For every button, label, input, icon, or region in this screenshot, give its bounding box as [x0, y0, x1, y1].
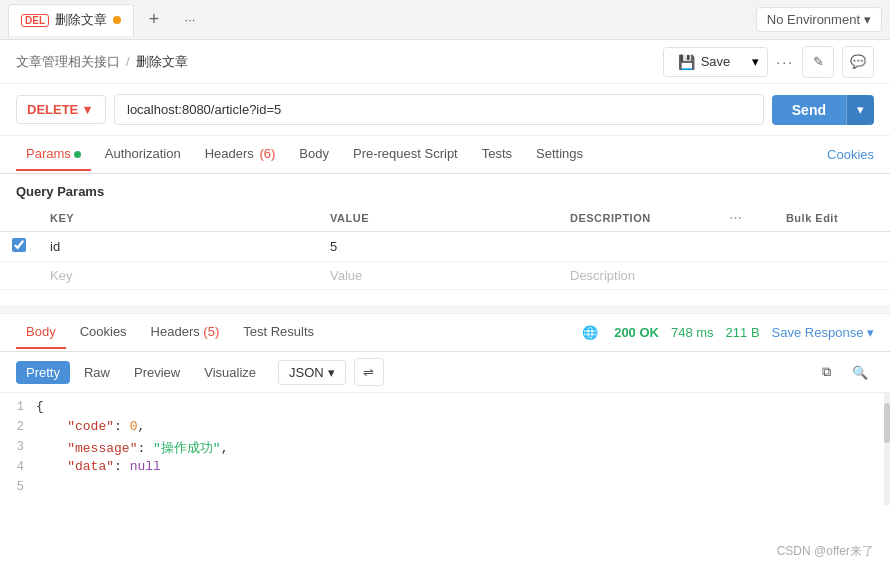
add-tab-button[interactable]: +: [138, 4, 170, 36]
breadcrumb: 文章管理相关接口 / 删除文章: [16, 53, 188, 71]
title-actions: 💾 Save ▾ ··· ✎ 💬: [663, 46, 874, 78]
comment-icon: 💬: [850, 54, 866, 69]
tab-tests[interactable]: Tests: [472, 138, 522, 171]
fmt-tab-raw[interactable]: Raw: [74, 361, 120, 384]
more-options-button[interactable]: ···: [776, 54, 794, 70]
fmt-tab-preview[interactable]: Preview: [124, 361, 190, 384]
scrollbar-track[interactable]: [884, 393, 890, 505]
placeholder-description[interactable]: Description: [558, 262, 718, 290]
tab-pre-request-script[interactable]: Pre-request Script: [343, 138, 468, 171]
bulk-edit-button[interactable]: Bulk Edit: [774, 205, 890, 232]
col-value: VALUE: [318, 205, 558, 232]
send-button-group: Send ▾: [772, 95, 874, 125]
placeholder-key[interactable]: Key: [38, 262, 318, 290]
status-size: 211 B: [726, 325, 760, 340]
cookies-link[interactable]: Cookies: [827, 147, 874, 162]
chevron-down-icon: ▾: [752, 54, 759, 69]
wrap-button[interactable]: ⇌: [354, 358, 384, 386]
tab-settings[interactable]: Settings: [526, 138, 593, 171]
environment-selector[interactable]: No Environment ▾: [756, 7, 882, 32]
line-number: 2: [0, 419, 36, 434]
col-key: KEY: [38, 205, 318, 232]
send-button[interactable]: Send: [772, 95, 846, 125]
comment-button[interactable]: 💬: [842, 46, 874, 78]
copy-icon-buttons: ⧉ 🔍: [812, 358, 874, 386]
resp-tab-test-results[interactable]: Test Results: [233, 316, 324, 349]
resp-tab-cookies[interactable]: Cookies: [70, 316, 137, 349]
save-label: Save: [701, 54, 731, 69]
col-more: ···: [718, 205, 774, 232]
status-time: 748 ms: [671, 325, 714, 340]
response-gap: [0, 306, 890, 314]
line-number: 3: [0, 439, 36, 454]
status-code: 200 OK: [614, 325, 659, 340]
col-checkbox: [0, 205, 38, 232]
tab-body[interactable]: Body: [289, 138, 339, 171]
query-params-title: Query Params: [0, 174, 890, 205]
copy-icon: ⧉: [822, 364, 831, 380]
edit-button[interactable]: ✎: [802, 46, 834, 78]
params-dot: [74, 151, 81, 158]
format-label: JSON: [289, 365, 324, 380]
scrollbar-thumb[interactable]: [884, 403, 890, 443]
placeholder-more: [718, 262, 774, 290]
watermark: CSDN @offer来了: [777, 543, 874, 560]
send-dropdown-button[interactable]: ▾: [846, 95, 874, 125]
method-label: DELETE: [27, 102, 78, 117]
col-description: DESCRIPTION: [558, 205, 718, 232]
tab-bar: DEL 删除文章 + ··· No Environment ▾: [0, 0, 890, 40]
search-icon: 🔍: [852, 365, 868, 380]
tab-title: 删除文章: [55, 11, 107, 29]
row-more: [718, 232, 774, 262]
save-dropdown-button[interactable]: ▾: [744, 48, 767, 75]
param-key[interactable]: id: [38, 232, 318, 262]
breadcrumb-parent[interactable]: 文章管理相关接口: [16, 53, 120, 71]
code-line-1: 1 {: [0, 399, 890, 419]
code-output: 1 { 2 "code": 0, 3 "message": "操作成功", 4 …: [0, 393, 890, 505]
fmt-tab-visualize[interactable]: Visualize: [194, 361, 266, 384]
code-line-2: 2 "code": 0,: [0, 419, 890, 439]
fmt-tab-pretty[interactable]: Pretty: [16, 361, 70, 384]
line-number: 5: [0, 479, 36, 494]
param-description[interactable]: [558, 232, 718, 262]
chevron-down-icon: ▾: [328, 365, 335, 380]
method-selector[interactable]: DELETE ▾: [16, 95, 106, 124]
url-input[interactable]: [114, 94, 764, 125]
format-bar: Pretty Raw Preview Visualize JSON ▾ ⇌ ⧉ …: [0, 352, 890, 393]
tab-headers[interactable]: Headers (6): [195, 138, 286, 171]
title-bar: 文章管理相关接口 / 删除文章 💾 Save ▾ ··· ✎ 💬: [0, 40, 890, 84]
tab-authorization[interactable]: Authorization: [95, 138, 191, 171]
chevron-down-icon: ▾: [857, 102, 864, 117]
chevron-down-icon: ▾: [867, 325, 874, 340]
tab-params[interactable]: Params: [16, 138, 91, 171]
save-icon: 💾: [678, 54, 695, 70]
response-tabs: Body Cookies Headers (5) Test Results 🌐 …: [0, 314, 890, 352]
row-bulk: [774, 232, 890, 262]
chevron-down-icon: ▾: [864, 12, 871, 27]
save-button-group: 💾 Save ▾: [663, 47, 769, 77]
table-row-placeholder: Key Value Description: [0, 262, 890, 290]
save-response-button[interactable]: Save Response ▾: [772, 325, 874, 340]
del-badge: DEL: [21, 14, 49, 27]
env-label: No Environment: [767, 12, 860, 27]
params-table: KEY VALUE DESCRIPTION ··· Bulk Edit id 5: [0, 205, 890, 290]
placeholder-value[interactable]: Value: [318, 262, 558, 290]
edit-icon: ✎: [813, 54, 824, 69]
row-checkbox-cell[interactable]: [0, 232, 38, 262]
resp-tab-headers[interactable]: Headers (5): [141, 316, 230, 349]
row-checkbox[interactable]: [12, 238, 26, 252]
breadcrumb-current: 删除文章: [136, 53, 188, 71]
chevron-down-icon: ▾: [84, 102, 91, 117]
tab-more-button[interactable]: ···: [174, 4, 206, 36]
line-number: 4: [0, 459, 36, 474]
save-button[interactable]: 💾 Save: [664, 48, 745, 76]
format-selector[interactable]: JSON ▾: [278, 360, 346, 385]
resp-tab-body[interactable]: Body: [16, 316, 66, 349]
tab-delete-article[interactable]: DEL 删除文章: [8, 4, 134, 36]
search-button[interactable]: 🔍: [846, 358, 874, 386]
param-value[interactable]: 5: [318, 232, 558, 262]
copy-button[interactable]: ⧉: [812, 358, 840, 386]
request-tabs: Params Authorization Headers (6) Body Pr…: [0, 136, 890, 174]
placeholder-checkbox: [0, 262, 38, 290]
placeholder-bulk: [774, 262, 890, 290]
